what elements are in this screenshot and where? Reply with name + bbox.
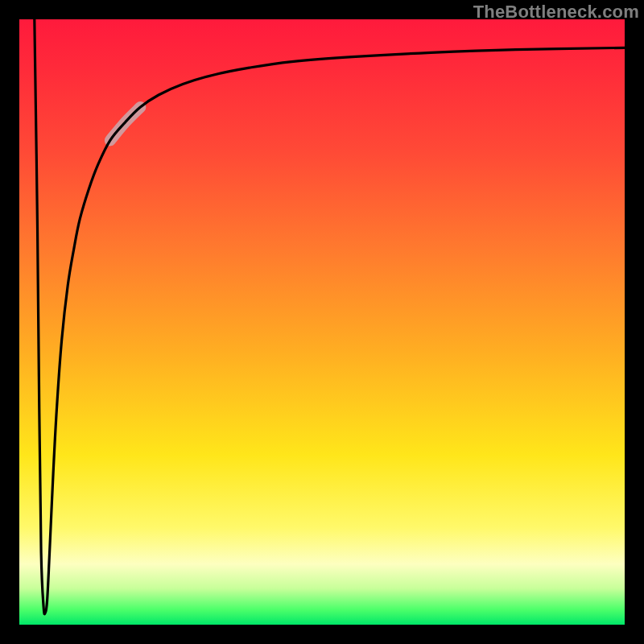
chart-frame: TheBottleneck.com xyxy=(0,0,644,644)
bottleneck-curve xyxy=(35,19,625,614)
watermark-text: TheBottleneck.com xyxy=(473,2,639,23)
curve-layer xyxy=(19,19,625,625)
